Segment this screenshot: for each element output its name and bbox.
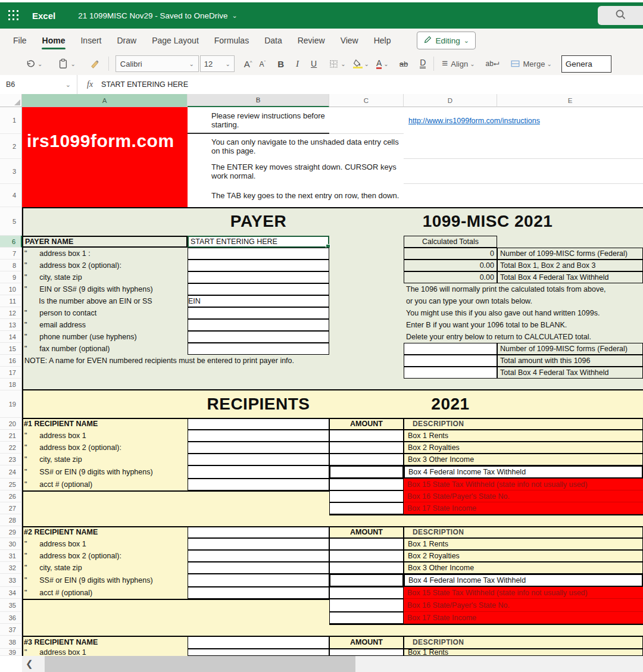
cell-B22[interactable] [188,442,329,454]
cell-B4[interactable]: The TAB key goes to the next entry on ro… [188,184,404,207]
cell-A11[interactable]: Is the number above an EIN or SS [22,295,188,307]
merge-button[interactable]: Merge ⌄ [507,60,555,68]
cell-E7[interactable]: Number of 1099-MISC forms (Federal) [497,248,643,260]
select-all-corner[interactable] [0,94,22,107]
cell-C14[interactable] [329,331,404,343]
row-header-38[interactable]: 38 [0,636,22,649]
cell-A14[interactable]: " phone number (use hyphens) [22,331,188,343]
borders-button[interactable]: ⌄ [325,59,349,69]
cell-A25[interactable]: " acct # (optional) [22,479,188,490]
cell-D29[interactable]: DESCRIPTION [404,526,643,538]
cell-D35[interactable]: Box 16 State/Payer's State No. [404,599,643,612]
row-header-14[interactable]: 14 [0,331,22,343]
cell-D21[interactable]: Box 1 Rents [404,430,643,442]
scroll-left-icon[interactable]: ❮ [26,658,33,669]
cell-B7[interactable] [188,248,329,260]
row-header-30[interactable]: 30 [0,538,22,550]
cell-B25[interactable] [188,479,329,490]
cell-A34[interactable]: " acct # (optional) [22,587,188,599]
cell-A27[interactable] [22,502,329,514]
cell-D2[interactable] [404,134,643,159]
row-header-24[interactable]: 24 [0,465,22,479]
tab-insert[interactable]: Insert [73,29,109,52]
row-header-16[interactable]: 16 [0,355,22,367]
row-header-2[interactable]: 2 [0,134,22,159]
row-header-29[interactable]: 29 [0,526,22,538]
cell-C12[interactable] [329,307,404,319]
cell-A3[interactable] [22,159,188,184]
row-header-34[interactable]: 34 [0,587,22,599]
cell-D38[interactable]: DESCRIPTION [404,636,643,649]
cell-E15[interactable]: Number of 1099-MISC forms (Federal) [497,343,643,355]
cell-D30[interactable]: Box 1 Rents [404,538,643,550]
tab-view[interactable]: View [333,29,366,52]
cell-A20[interactable]: #1 RECIPIENT NAME [22,418,188,430]
format-painter-button[interactable] [86,58,104,69]
cell-E9[interactable]: Total Box 4 Federal Tax Withheld [497,271,643,283]
row-header-1[interactable]: 1 [0,107,22,134]
cell-A38[interactable]: #3 RECIPIENT NAME [22,636,188,649]
cell-D34[interactable]: Box 15 State Tax Withheld (state info no… [404,587,643,599]
cell-A33[interactable]: " SS# or EIN (9 digits with hyphens) [22,574,188,587]
cell-D16[interactable] [404,355,497,367]
cell-C10[interactable] [329,283,404,295]
cell-A24[interactable]: " SS# or EIN (9 digits with hyphens) [22,465,188,479]
tab-page-layout[interactable]: Page Layout [144,29,207,52]
cell-D8[interactable]: 0.00 [404,260,497,271]
row-header-37[interactable]: 37 [0,624,22,636]
cell-C30[interactable] [329,538,404,550]
cell-B2[interactable]: You can only navigate to the unshaded da… [188,134,404,159]
cell-A21[interactable]: " address box 1 [22,430,188,442]
cell-B8[interactable] [188,260,329,271]
cell-B10[interactable] [188,283,329,295]
cell-C39[interactable] [329,649,404,656]
cell-D6[interactable]: Calculated Totals [404,236,497,248]
name-box[interactable]: B6 ⌄ [0,75,77,94]
row-header-17[interactable]: 17 [0,367,22,379]
cell-C21[interactable] [329,430,404,442]
cell-B11[interactable]: EIN [188,295,329,307]
row-header-13[interactable]: 13 [0,319,22,331]
row-header-3[interactable]: 3 [0,159,22,184]
column-header-D[interactable]: D [404,94,497,107]
scrollbar-track[interactable]: ❮ [22,656,643,672]
cell-C36[interactable] [329,612,404,624]
cell-C11[interactable] [329,295,404,307]
cell-C15[interactable] [329,343,404,355]
cell-B13[interactable] [188,319,329,331]
cell-D1[interactable]: http://www.irs1099form.com/instructions [404,107,643,134]
cell-B14[interactable] [188,331,329,343]
column-header-A[interactable]: A [22,94,188,107]
paste-button[interactable]: ⌄ [54,58,79,69]
cell-A30[interactable]: " address box 1 [22,538,188,550]
cell-B33[interactable] [188,574,329,587]
cell-B12[interactable] [188,307,329,319]
cell-C27[interactable] [329,502,404,514]
cell-C25[interactable] [329,479,404,490]
row-header-20[interactable]: 20 [0,418,22,430]
cell-A9[interactable]: " city, state zip [22,271,188,283]
cell-B6[interactable]: START ENTERING HERE [188,236,329,248]
cell-C7[interactable] [329,248,404,260]
row-header-8[interactable]: 8 [0,260,22,271]
font-name-select[interactable]: Calibri ⌄ [116,55,199,72]
editing-mode-button[interactable]: Editing ⌄ [417,32,476,49]
column-header-C[interactable]: C [329,94,404,107]
cell-B3[interactable]: The ENTER key moves straight down. CURSO… [188,159,404,184]
cell-A26[interactable] [22,490,329,502]
cell-D19[interactable]: 2021 [404,390,497,418]
cell-B32[interactable] [188,562,329,574]
cell-A1[interactable] [22,107,188,134]
row-header-21[interactable]: 21 [0,430,22,442]
cell-B39[interactable] [188,649,329,656]
row-header-18[interactable]: 18 [0,379,22,390]
cell-E6[interactable] [497,236,643,248]
cell-A15[interactable]: " fax number (optional) [22,343,188,355]
align-button[interactable]: ≡ Align ⌄ [438,58,478,70]
row-header-7[interactable]: 7 [0,248,22,260]
formula-input[interactable]: START ENTERING HERE [101,80,188,89]
cell-D5[interactable]: 1099-MISC 2021 [404,207,643,236]
cell-C5[interactable] [329,207,404,236]
red-banner-text[interactable]: irs1099form.com [27,131,174,151]
cell-D33[interactable]: Box 4 Federal Income Tax Withheld [404,574,643,587]
